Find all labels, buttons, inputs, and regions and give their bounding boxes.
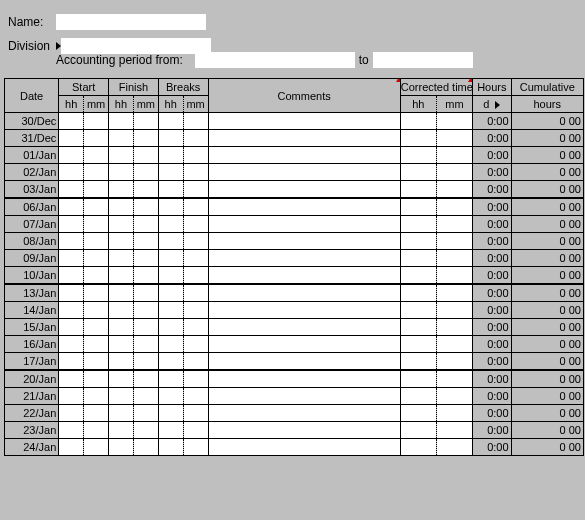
comments-cell[interactable]	[208, 439, 400, 456]
breaks-hh-cell[interactable]	[158, 113, 183, 130]
ct-mm-cell[interactable]	[436, 336, 472, 353]
ct-mm-cell[interactable]	[436, 130, 472, 147]
ct-hh-cell[interactable]	[400, 353, 436, 371]
finish-hh-cell[interactable]	[109, 130, 134, 147]
finish-hh-cell[interactable]	[109, 198, 134, 216]
ct-hh-cell[interactable]	[400, 198, 436, 216]
comments-cell[interactable]	[208, 130, 400, 147]
ct-hh-cell[interactable]	[400, 405, 436, 422]
start-mm-cell[interactable]	[84, 250, 109, 267]
finish-mm-cell[interactable]	[133, 181, 158, 199]
start-hh-cell[interactable]	[59, 164, 84, 181]
breaks-hh-cell[interactable]	[158, 302, 183, 319]
breaks-mm-cell[interactable]	[183, 233, 208, 250]
start-mm-cell[interactable]	[84, 147, 109, 164]
finish-hh-cell[interactable]	[109, 147, 134, 164]
breaks-hh-cell[interactable]	[158, 388, 183, 405]
finish-hh-cell[interactable]	[109, 233, 134, 250]
start-hh-cell[interactable]	[59, 113, 84, 130]
comments-cell[interactable]	[208, 250, 400, 267]
start-hh-cell[interactable]	[59, 267, 84, 285]
finish-hh-cell[interactable]	[109, 181, 134, 199]
start-hh-cell[interactable]	[59, 233, 84, 250]
ct-mm-cell[interactable]	[436, 250, 472, 267]
finish-hh-cell[interactable]	[109, 319, 134, 336]
finish-mm-cell[interactable]	[133, 422, 158, 439]
start-mm-cell[interactable]	[84, 267, 109, 285]
finish-hh-cell[interactable]	[109, 439, 134, 456]
finish-mm-cell[interactable]	[133, 319, 158, 336]
finish-hh-cell[interactable]	[109, 405, 134, 422]
breaks-mm-cell[interactable]	[183, 181, 208, 199]
breaks-hh-cell[interactable]	[158, 405, 183, 422]
ct-hh-cell[interactable]	[400, 267, 436, 285]
start-mm-cell[interactable]	[84, 405, 109, 422]
ct-hh-cell[interactable]	[400, 284, 436, 302]
start-hh-cell[interactable]	[59, 388, 84, 405]
start-mm-cell[interactable]	[84, 336, 109, 353]
finish-mm-cell[interactable]	[133, 267, 158, 285]
breaks-hh-cell[interactable]	[158, 181, 183, 199]
comments-cell[interactable]	[208, 164, 400, 181]
start-mm-cell[interactable]	[84, 198, 109, 216]
breaks-hh-cell[interactable]	[158, 267, 183, 285]
ct-mm-cell[interactable]	[436, 370, 472, 388]
ct-hh-cell[interactable]	[400, 113, 436, 130]
ct-hh-cell[interactable]	[400, 164, 436, 181]
breaks-hh-cell[interactable]	[158, 250, 183, 267]
ct-mm-cell[interactable]	[436, 216, 472, 233]
comments-cell[interactable]	[208, 181, 400, 199]
ct-mm-cell[interactable]	[436, 233, 472, 250]
breaks-mm-cell[interactable]	[183, 284, 208, 302]
start-hh-cell[interactable]	[59, 181, 84, 199]
breaks-hh-cell[interactable]	[158, 336, 183, 353]
breaks-hh-cell[interactable]	[158, 216, 183, 233]
ct-hh-cell[interactable]	[400, 181, 436, 199]
comments-cell[interactable]	[208, 198, 400, 216]
finish-hh-cell[interactable]	[109, 353, 134, 371]
breaks-mm-cell[interactable]	[183, 113, 208, 130]
breaks-mm-cell[interactable]	[183, 302, 208, 319]
breaks-hh-cell[interactable]	[158, 319, 183, 336]
breaks-hh-cell[interactable]	[158, 439, 183, 456]
breaks-mm-cell[interactable]	[183, 439, 208, 456]
breaks-mm-cell[interactable]	[183, 147, 208, 164]
finish-mm-cell[interactable]	[133, 250, 158, 267]
finish-mm-cell[interactable]	[133, 130, 158, 147]
period-from-field[interactable]	[195, 52, 355, 68]
finish-mm-cell[interactable]	[133, 336, 158, 353]
breaks-mm-cell[interactable]	[183, 216, 208, 233]
start-mm-cell[interactable]	[84, 164, 109, 181]
finish-mm-cell[interactable]	[133, 113, 158, 130]
division-field[interactable]	[61, 38, 211, 54]
breaks-mm-cell[interactable]	[183, 319, 208, 336]
breaks-mm-cell[interactable]	[183, 250, 208, 267]
finish-mm-cell[interactable]	[133, 284, 158, 302]
start-hh-cell[interactable]	[59, 319, 84, 336]
start-mm-cell[interactable]	[84, 439, 109, 456]
finish-hh-cell[interactable]	[109, 336, 134, 353]
finish-mm-cell[interactable]	[133, 370, 158, 388]
start-hh-cell[interactable]	[59, 302, 84, 319]
comments-cell[interactable]	[208, 216, 400, 233]
start-hh-cell[interactable]	[59, 336, 84, 353]
finish-mm-cell[interactable]	[133, 388, 158, 405]
finish-mm-cell[interactable]	[133, 353, 158, 371]
start-mm-cell[interactable]	[84, 422, 109, 439]
finish-mm-cell[interactable]	[133, 439, 158, 456]
breaks-hh-cell[interactable]	[158, 130, 183, 147]
breaks-hh-cell[interactable]	[158, 164, 183, 181]
breaks-mm-cell[interactable]	[183, 405, 208, 422]
breaks-hh-cell[interactable]	[158, 370, 183, 388]
breaks-hh-cell[interactable]	[158, 198, 183, 216]
start-mm-cell[interactable]	[84, 388, 109, 405]
breaks-hh-cell[interactable]	[158, 284, 183, 302]
start-mm-cell[interactable]	[84, 181, 109, 199]
ct-hh-cell[interactable]	[400, 233, 436, 250]
start-hh-cell[interactable]	[59, 147, 84, 164]
ct-hh-cell[interactable]	[400, 216, 436, 233]
comments-cell[interactable]	[208, 233, 400, 250]
breaks-hh-cell[interactable]	[158, 147, 183, 164]
finish-hh-cell[interactable]	[109, 113, 134, 130]
ct-mm-cell[interactable]	[436, 267, 472, 285]
